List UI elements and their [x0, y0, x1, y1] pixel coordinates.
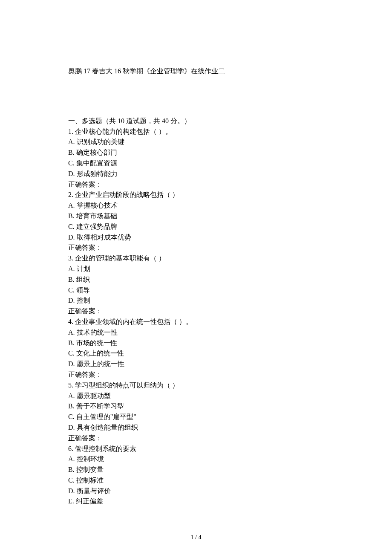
option-line: B. 善于不断学习型 — [68, 401, 324, 412]
option-line: B. 确定核心部门 — [68, 147, 324, 158]
answer-label: 正确答案： — [68, 179, 324, 190]
questions-container: 1. 企业核心能力的构建包括（ ）。A. 识别成功的关键B. 确定核心部门C. … — [68, 127, 324, 507]
option-line: D. 具有创造能量的组织 — [68, 422, 324, 433]
question-text: 学习型组织的特点可以归纳为（ ） — [75, 382, 179, 389]
question-block: 1. 企业核心能力的构建包括（ ）。A. 识别成功的关键B. 确定核心部门C. … — [68, 127, 324, 190]
question-block: 3. 企业的管理的基本职能有（ ）A. 计划B. 组织C. 领导D. 控制正确答… — [68, 253, 324, 317]
question-text: 企业的管理的基本职能有（ ） — [75, 254, 165, 262]
option-line: A. 技术的统一性 — [68, 327, 324, 338]
question-block: 5. 学习型组织的特点可以归纳为（ ）A. 愿景驱动型B. 善于不断学习型C. … — [68, 380, 324, 444]
option-line: D. 控制 — [68, 295, 324, 306]
option-line: D. 取得相对成本优势 — [68, 232, 324, 243]
question-block: 6. 管理控制系统的要素A. 控制环境B. 控制变量C. 控制标准D. 衡量与评… — [68, 444, 324, 507]
option-line: C. 控制标准 — [68, 475, 324, 486]
answer-label: 正确答案： — [68, 370, 324, 380]
question-number: 3. — [68, 254, 73, 262]
option-line: D. 愿景上的统一性 — [68, 359, 324, 370]
question-text: 管理控制系统的要素 — [75, 445, 136, 452]
question-stem: 1. 企业核心能力的构建包括（ ）。 — [68, 127, 324, 137]
question-stem: 5. 学习型组织的特点可以归纳为（ ） — [68, 380, 324, 391]
document-title: 奥鹏 17 春吉大 16 秋学期《企业管理学》在线作业二 — [68, 66, 324, 77]
question-number: 4. — [68, 318, 73, 325]
option-line: C. 集中配置资源 — [68, 158, 324, 169]
question-number: 1. — [68, 128, 73, 135]
question-stem: 2. 企业产业启动阶段的战略包括（ ） — [68, 190, 324, 200]
document-page: 奥鹏 17 春吉大 16 秋学期《企业管理学》在线作业二 一、多选题（共 10 … — [0, 0, 392, 555]
option-line: A. 识别成功的关键 — [68, 137, 324, 147]
option-line: B. 组织 — [68, 275, 324, 285]
question-text: 企业事业领域的内在统一性包括（ ）。 — [75, 318, 193, 325]
question-stem: 4. 企业事业领域的内在统一性包括（ ）。 — [68, 317, 324, 327]
option-line: A. 愿景驱动型 — [68, 391, 324, 402]
question-text: 企业核心能力的构建包括（ ）。 — [75, 128, 172, 135]
question-number: 6. — [68, 445, 73, 452]
section-header: 一、多选题（共 10 道试题，共 40 分。） — [68, 116, 324, 127]
option-line: D. 衡量与评价 — [68, 486, 324, 497]
question-number: 2. — [68, 191, 73, 198]
answer-label: 正确答案： — [68, 306, 324, 317]
question-block: 4. 企业事业领域的内在统一性包括（ ）。A. 技术的统一性B. 市场的统一性C… — [68, 317, 324, 380]
option-line: D. 形成独特能力 — [68, 169, 324, 179]
option-line: E. 纠正偏差 — [68, 496, 324, 507]
answer-label: 正确答案： — [68, 433, 324, 444]
option-line: C. 领导 — [68, 285, 324, 296]
question-text: 企业产业启动阶段的战略包括（ ） — [75, 191, 179, 198]
option-line: A. 计划 — [68, 264, 324, 275]
option-line: A. 控制环境 — [68, 454, 324, 465]
option-line: B. 控制变量 — [68, 465, 324, 475]
page-number: 1 / 4 — [0, 533, 392, 542]
question-number: 5. — [68, 382, 73, 389]
option-line: C. 建立强势品牌 — [68, 222, 324, 232]
option-line: C. 文化上的统一性 — [68, 348, 324, 359]
answer-label: 正确答案： — [68, 243, 324, 253]
option-line: A. 掌握核心技术 — [68, 200, 324, 211]
question-stem: 6. 管理控制系统的要素 — [68, 444, 324, 454]
option-line: B. 培育市场基础 — [68, 211, 324, 222]
question-stem: 3. 企业的管理的基本职能有（ ） — [68, 253, 324, 264]
option-line: C. 自主管理的"扁平型" — [68, 412, 324, 422]
option-line: B. 市场的统一性 — [68, 338, 324, 349]
question-block: 2. 企业产业启动阶段的战略包括（ ）A. 掌握核心技术B. 培育市场基础C. … — [68, 190, 324, 253]
